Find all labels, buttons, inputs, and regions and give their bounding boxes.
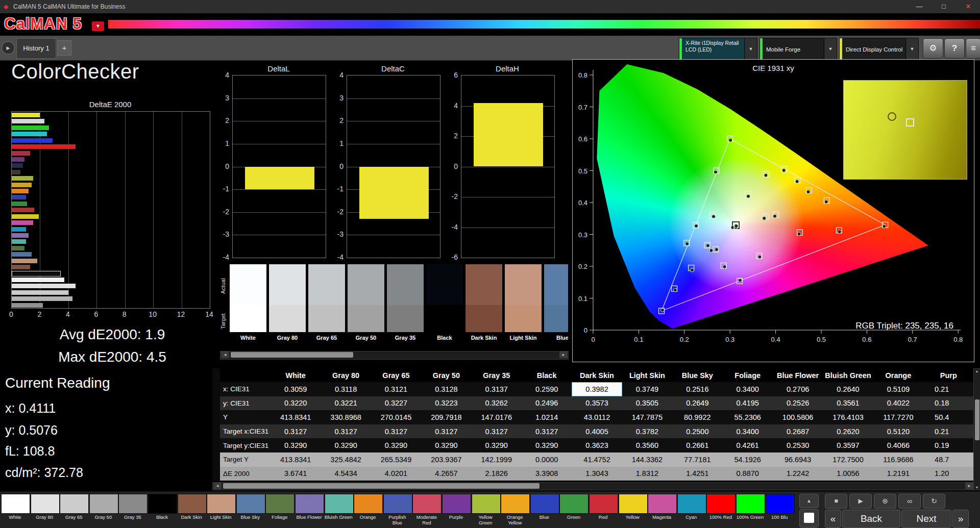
- table-cell[interactable]: 0.3127: [271, 424, 321, 439]
- minimize-button[interactable]: —: [908, 0, 931, 13]
- table-cell[interactable]: 0.3290: [271, 438, 321, 452]
- scroll-down-icon[interactable]: ▼: [974, 486, 980, 489]
- table-cell[interactable]: 0.4195: [723, 396, 773, 411]
- table-cell[interactable]: 2.1826: [472, 467, 522, 481]
- settings-button[interactable]: ⚙: [923, 38, 943, 59]
- scroll-right-icon[interactable]: ►: [559, 351, 568, 358]
- scrollbar-thumb[interactable]: [223, 483, 540, 489]
- patch-button[interactable]: Magenta: [648, 494, 676, 526]
- table-cell[interactable]: 0.19: [923, 438, 973, 452]
- patch-button[interactable]: Cyan: [677, 494, 705, 526]
- table-cell[interactable]: 0.2706: [773, 382, 823, 396]
- patch-button[interactable]: 100% Red: [706, 494, 734, 526]
- table-cell[interactable]: 0.3262: [472, 396, 522, 411]
- table-cell[interactable]: 3.6741: [271, 467, 321, 481]
- table-cell[interactable]: 0.3782: [622, 424, 672, 439]
- logo-menu-button[interactable]: ▼: [92, 21, 104, 31]
- scroll-left-icon[interactable]: ◄: [221, 351, 229, 358]
- table-cell[interactable]: 0.5120: [873, 424, 923, 439]
- table-h-scrollbar[interactable]: ◄ ►: [212, 482, 974, 490]
- scroll-up-icon[interactable]: ▲: [974, 369, 980, 373]
- patch-button[interactable]: 100 Blu: [766, 494, 794, 526]
- table-cell[interactable]: 117.7270: [873, 410, 923, 424]
- table-cell[interactable]: 96.6943: [773, 452, 823, 467]
- table-cell[interactable]: 0.3220: [271, 396, 321, 411]
- table-cell[interactable]: 54.1926: [723, 452, 773, 467]
- table-cell[interactable]: 0.3290: [321, 438, 371, 452]
- table-cell[interactable]: 41.4752: [572, 452, 622, 467]
- table-cell[interactable]: 0.2687: [773, 424, 823, 439]
- table-cell[interactable]: 0.3573: [572, 396, 622, 411]
- table-cell[interactable]: 147.0176: [472, 410, 522, 424]
- table-cell[interactable]: 0.3127: [321, 424, 371, 439]
- table-cell[interactable]: 144.3362: [622, 452, 672, 467]
- patchbar-scroll-up-button[interactable]: ▲: [799, 494, 819, 508]
- last-patch-button[interactable]: »: [952, 510, 969, 528]
- loop-button[interactable]: ∞: [898, 494, 921, 509]
- table-cell[interactable]: 0.2620: [823, 424, 873, 439]
- table-cell[interactable]: 43.0112: [572, 410, 622, 424]
- patch-button[interactable]: Purplish Blue: [383, 494, 411, 526]
- table-cell[interactable]: 0.3982: [572, 382, 622, 396]
- scrollbar-thumb[interactable]: [975, 399, 979, 440]
- scrollbar-thumb[interactable]: [231, 352, 353, 358]
- table-cell[interactable]: 0.3128: [421, 382, 471, 396]
- restore-button[interactable]: □: [932, 0, 955, 13]
- table-cell[interactable]: 0.21: [923, 424, 973, 439]
- table-cell[interactable]: 1.8312: [622, 467, 672, 481]
- table-cell[interactable]: 270.0145: [371, 410, 421, 424]
- help-button[interactable]: ?: [944, 38, 965, 59]
- patch-button[interactable]: Blue Sky: [236, 494, 264, 526]
- scroll-right-icon[interactable]: ►: [965, 483, 973, 489]
- table-cell[interactable]: 325.4842: [321, 452, 371, 467]
- patch-button[interactable]: Foliage: [265, 494, 293, 526]
- table-cell[interactable]: 1.3043: [572, 467, 622, 481]
- table-cell[interactable]: 0.3290: [522, 438, 572, 452]
- table-cell[interactable]: 413.8341: [271, 410, 321, 424]
- table-cell[interactable]: 0.2526: [773, 396, 823, 411]
- patch-button[interactable]: 100% Green: [736, 494, 764, 526]
- table-cell[interactable]: 4.0201: [371, 467, 421, 481]
- table-cell[interactable]: 147.7875: [622, 410, 672, 424]
- table-cell[interactable]: 0.0000: [522, 452, 572, 467]
- close-button[interactable]: ×: [957, 0, 980, 13]
- source-dropdown[interactable]: Mobile Forge ▼: [760, 38, 837, 60]
- chevron-down-icon[interactable]: ▼: [824, 38, 837, 59]
- table-cell[interactable]: 0.2496: [522, 396, 572, 411]
- back-button[interactable]: Back: [842, 510, 900, 528]
- table-cell[interactable]: 0.3290: [421, 438, 471, 452]
- patch-button[interactable]: Gray 80: [31, 494, 59, 526]
- patch-button[interactable]: Light Skin: [207, 494, 235, 526]
- patch-button[interactable]: Red: [589, 494, 617, 526]
- table-cell[interactable]: 0.3121: [371, 382, 421, 396]
- table-cell[interactable]: 48.7: [923, 452, 973, 467]
- table-cell[interactable]: 203.9367: [421, 452, 471, 467]
- table-cell[interactable]: 3.3908: [522, 467, 572, 481]
- patch-button[interactable]: Black: [148, 494, 176, 526]
- add-tab-button[interactable]: +: [57, 40, 71, 56]
- table-cell[interactable]: 176.4103: [823, 410, 873, 424]
- table-cell[interactable]: 0.3597: [823, 438, 873, 452]
- table-cell[interactable]: 0.3560: [622, 438, 672, 452]
- patch-button[interactable]: Moderate Red: [412, 494, 440, 526]
- chevron-down-icon[interactable]: ▼: [905, 38, 918, 59]
- table-cell[interactable]: 1.2191: [873, 467, 923, 481]
- table-cell[interactable]: 0.3221: [321, 396, 371, 411]
- refresh-button[interactable]: ↻: [923, 494, 945, 509]
- table-cell[interactable]: 50.4: [923, 410, 973, 424]
- patch-button[interactable]: Gray 50: [89, 494, 117, 526]
- meter-dropdown[interactable]: X-Rite i1Display Retail LCD (LED) ▼: [679, 38, 757, 60]
- table-cell[interactable]: 0.3127: [522, 424, 572, 439]
- patch-button[interactable]: Yellow: [619, 494, 647, 526]
- table-cell[interactable]: 1.0214: [522, 410, 572, 424]
- patch-button[interactable]: Green: [559, 494, 587, 526]
- table-cell[interactable]: 0.3118: [321, 382, 371, 396]
- table-cell[interactable]: 80.9922: [672, 410, 722, 424]
- table-cell[interactable]: 1.20: [923, 467, 973, 481]
- table-cell[interactable]: 55.2306: [723, 410, 773, 424]
- table-cell[interactable]: 265.5349: [371, 452, 421, 467]
- table-cell[interactable]: 0.3561: [823, 396, 873, 411]
- table-cell[interactable]: 0.2590: [522, 382, 572, 396]
- table-cell[interactable]: 0.18: [923, 396, 973, 411]
- table-cell[interactable]: 0.3127: [472, 424, 522, 439]
